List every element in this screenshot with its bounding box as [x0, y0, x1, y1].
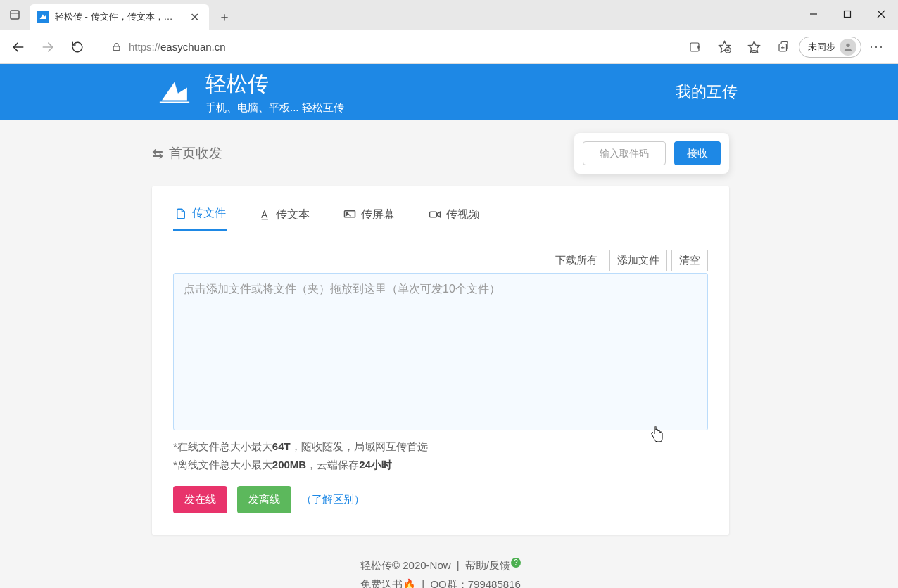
receive-button[interactable]: 接收 [674, 141, 721, 165]
window-close-icon[interactable] [864, 0, 898, 28]
avatar-icon [840, 39, 856, 56]
url-text: https://easychuan.cn [129, 41, 671, 53]
tab-text[interactable]: 传文本 [258, 202, 311, 231]
help-link[interactable]: 帮助/反馈 [465, 559, 510, 571]
page-content: 轻松传 手机、电脑、平板... 轻松互传 我的互传 ⇆ 首页收发 接收 传文件 [0, 64, 898, 588]
send-row: 发在线 发离线 （了解区别） [173, 486, 708, 513]
receive-box: 接收 [574, 133, 729, 174]
browser-tab[interactable]: 轻松传 - 传文件，传文本，传屏幕 ✕ [30, 4, 209, 30]
svg-point-23 [846, 43, 849, 46]
svg-rect-0 [11, 11, 19, 19]
collections-icon[interactable] [769, 33, 797, 61]
svg-rect-9 [113, 46, 120, 51]
dropzone-placeholder: 点击添加文件或将文件（夹）拖放到这里（单次可发10个文件） [184, 283, 500, 295]
size-notes: *在线文件总大小最大64T，随收随发，局域网互传首选 *离线文件总大小最大200… [173, 437, 708, 473]
window-minimize-icon[interactable] [797, 0, 830, 28]
download-all-button[interactable]: 下载所有 [548, 250, 605, 271]
main-card: 传文件 传文本 传屏幕 传视频 下载所有 添加文件 清空 [152, 186, 729, 535]
address-bar[interactable]: https://easychuan.cn [103, 34, 674, 60]
clear-button[interactable]: 清空 [671, 250, 708, 271]
back-button[interactable] [4, 33, 32, 61]
svg-marker-30 [438, 212, 441, 217]
tab-title: 轻松传 - 传文件，传文本，传屏幕 [55, 11, 182, 23]
file-toolbar: 下载所有 添加文件 清空 [173, 250, 708, 271]
file-dropzone[interactable]: 点击添加文件或将文件（夹）拖放到这里（单次可发10个文件） [173, 273, 708, 430]
pickup-code-input[interactable] [583, 141, 666, 165]
tab-screen[interactable]: 传屏幕 [342, 202, 396, 231]
more-menu-icon[interactable]: ··· [863, 33, 891, 61]
qq-group-number: 799485816 [468, 578, 521, 588]
help-badge-icon: ? [511, 558, 521, 568]
forward-button[interactable] [34, 33, 62, 61]
site-header: 轻松传 手机、电脑、平板... 轻松互传 我的互传 [0, 64, 898, 120]
sync-label: 未同步 [808, 41, 835, 53]
text-icon [260, 209, 271, 220]
my-transfers-link[interactable]: 我的互传 [676, 82, 738, 103]
learn-difference-link[interactable]: （了解区别） [301, 493, 365, 506]
favorites-bar-icon[interactable] [740, 33, 768, 61]
new-tab-button[interactable]: ＋ [212, 4, 237, 30]
svg-rect-4 [845, 11, 851, 18]
footer: 轻松传© 2020-Now | 帮助/反馈? 免费送书🔥 | QQ群：79948… [152, 556, 729, 588]
logo-icon [155, 72, 194, 112]
window-titlebar: 轻松传 - 传文件，传文本，传屏幕 ✕ ＋ [0, 0, 898, 30]
fire-icon: 🔥 [403, 578, 416, 588]
screen-icon [343, 210, 356, 219]
send-online-button[interactable]: 发在线 [173, 486, 227, 513]
video-icon [429, 210, 441, 219]
tab-file[interactable]: 传文件 [173, 202, 227, 231]
transfer-tabs: 传文件 传文本 传屏幕 传视频 [173, 202, 708, 231]
freebook-link[interactable]: 免费送书 [360, 578, 403, 588]
window-maximize-icon[interactable] [830, 0, 864, 28]
tab-favicon-icon [37, 11, 49, 23]
refresh-button[interactable] [63, 33, 91, 61]
browser-toolbar: https://easychuan.cn 未同步 ··· [0, 30, 898, 64]
lock-icon [111, 41, 122, 52]
site-subtitle: 手机、电脑、平板... 轻松互传 [205, 101, 344, 115]
swap-icon: ⇆ [152, 146, 163, 162]
extensions-icon[interactable] [681, 33, 709, 61]
sync-status[interactable]: 未同步 [799, 37, 861, 58]
svg-rect-29 [430, 212, 437, 217]
send-offline-button[interactable]: 发离线 [237, 486, 291, 513]
tab-video[interactable]: 传视频 [427, 202, 481, 231]
favorite-icon[interactable] [710, 33, 738, 61]
site-title: 轻松传 [205, 70, 344, 98]
file-icon [175, 207, 187, 220]
breadcrumb: ⇆ 首页收发 [152, 144, 222, 162]
tab-actions-icon[interactable] [0, 0, 30, 30]
tab-close-icon[interactable]: ✕ [187, 11, 202, 24]
add-file-button[interactable]: 添加文件 [609, 250, 667, 271]
